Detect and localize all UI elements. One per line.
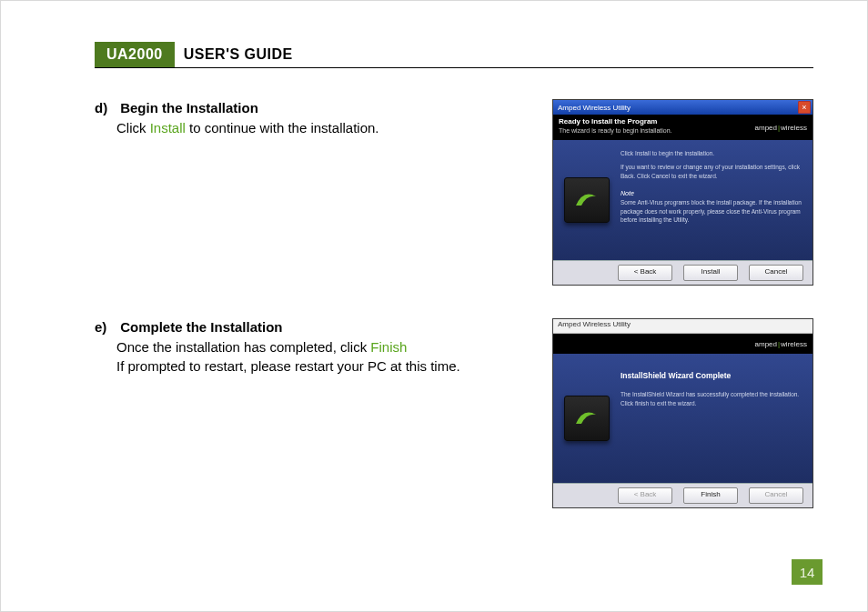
page-header: UA2000 USER'S GUIDE (95, 42, 813, 68)
step-e: e) Complete the Installation Once the in… (95, 318, 813, 508)
brand-right: wireless (781, 340, 807, 348)
step-d-label: d) (95, 99, 116, 117)
brand-left: amped (755, 340, 777, 348)
brand-logo: amped|wireless (729, 115, 812, 140)
installer-dialog-ready: Amped Wireless Utility × Ready to Instal… (552, 99, 813, 286)
brand-sep: | (778, 340, 780, 348)
dialog1-titlebar: Amped Wireless Utility × (553, 100, 812, 115)
step-d: d) Begin the Installation Click Install … (95, 99, 813, 286)
step-d-body: Click Install to continue with the insta… (116, 119, 538, 137)
dialog1-note-text: Some Anti-Virus programs block the insta… (621, 198, 803, 224)
close-icon[interactable]: × (798, 101, 811, 114)
step-e-label: e) (95, 318, 116, 336)
back-button: < Back (618, 487, 672, 504)
back-button[interactable]: < Back (618, 265, 672, 281)
product-icon (564, 396, 610, 441)
step-e-line2: If prompted to restart, please restart y… (116, 357, 538, 376)
page-number: 14 (792, 559, 823, 585)
dialog2-footer: < Back Finish Cancel (553, 483, 812, 507)
dialog1-footer: < Back Install Cancel (553, 260, 812, 285)
dialog1-body-line1: Click Install to begin the installation. (621, 149, 803, 157)
brand-right: wireless (781, 124, 807, 132)
brand-sep: | (778, 124, 780, 132)
step-e-text-a: Once the installation has completed, cli… (116, 339, 370, 355)
finish-button[interactable]: Finish (683, 487, 738, 504)
step-e-highlight: Finish (370, 339, 407, 355)
step-e-title: Complete the Installation (120, 319, 282, 335)
install-button[interactable]: Install (683, 265, 738, 281)
dialog2-titlebar: Amped Wireless Utility (553, 319, 812, 334)
step-d-text-b: to continue with the installation. (186, 120, 379, 135)
dialog1-body-line2: If you want to review or change any of y… (621, 163, 803, 180)
dialog1-note-label: Note (621, 189, 803, 198)
product-icon (564, 177, 610, 223)
brand-left: amped (755, 124, 777, 132)
dialog2-banner: amped|wireless (553, 334, 812, 354)
step-e-body: Once the installation has completed, cli… (116, 338, 538, 376)
dialog1-banner: Ready to Install the Program The wizard … (553, 115, 812, 140)
dialog1-window-title: Amped Wireless Utility (558, 104, 631, 112)
step-d-title: Begin the Installation (120, 100, 258, 115)
dialog1-banner-sub: The wizard is ready to begin installatio… (559, 126, 723, 135)
cancel-button[interactable]: Cancel (749, 265, 803, 281)
step-d-highlight: Install (150, 120, 186, 135)
header-title: USER'S GUIDE (175, 42, 293, 67)
step-d-text-a: Click (116, 120, 150, 135)
dialog1-banner-heading: Ready to Install the Program (559, 117, 723, 126)
header-rule (95, 67, 813, 68)
cancel-button: Cancel (749, 487, 803, 504)
header-badge: UA2000 (95, 42, 175, 67)
dialog2-heading: InstallShield Wizard Complete (621, 370, 803, 381)
installer-dialog-complete: Amped Wireless Utility amped|wireless In… (552, 318, 813, 508)
dialog2-body: The InstallShield Wizard has successfull… (621, 390, 803, 407)
